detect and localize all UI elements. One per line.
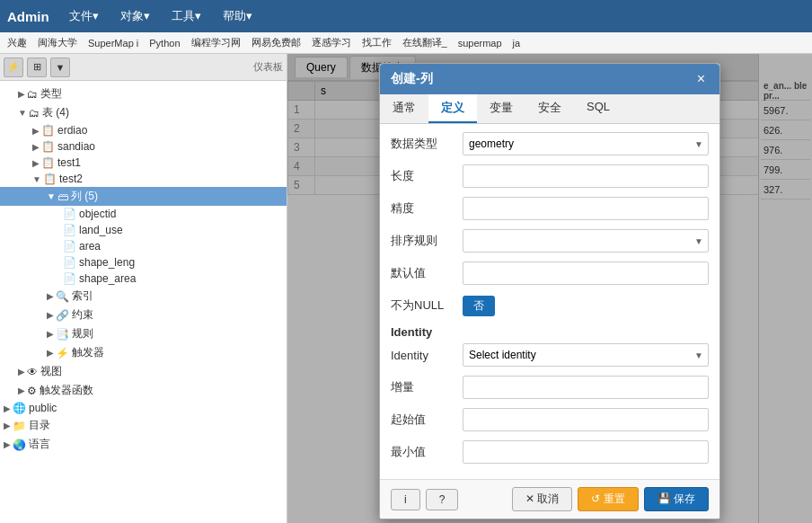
tree-item[interactable]: ▶📑规则: [0, 324, 287, 343]
tree-item-label: area: [79, 240, 101, 253]
tree-item[interactable]: ▶📋sandiao: [0, 138, 287, 155]
tree-item[interactable]: ▶🔍索引: [0, 287, 287, 306]
menu-tools[interactable]: 工具▾: [163, 4, 210, 28]
save-btn[interactable]: 💾 保存: [644, 487, 709, 511]
tree-item[interactable]: ▶📋erdiao: [0, 122, 287, 138]
modal-overlay: 创建-列 × 通常 定义 变量 安全 SQL 数据类型: [287, 54, 812, 523]
tree-item[interactable]: ▶⚡触发器: [0, 343, 287, 362]
tree-icon: 📋: [41, 156, 55, 169]
left-panel: ⚡ ⊞ ▼ 仪表板 ▶🗂类型▼🗂表 (4)▶📋erdiao▶📋sandiao▶📋…: [0, 54, 287, 523]
tree-item-label: 约束: [72, 307, 93, 323]
reset-btn[interactable]: ↺ 重置: [578, 487, 638, 511]
tree-icon: 📄: [63, 256, 76, 269]
precision-input[interactable]: [463, 197, 709, 220]
tree-item[interactable]: ▼📋test2: [0, 171, 287, 187]
notnull-toggle-btn[interactable]: 否: [463, 296, 495, 316]
tree-item[interactable]: 📄shape_leng: [0, 254, 287, 270]
bookmark-1[interactable]: 闽海大学: [34, 35, 81, 50]
bookmark-3[interactable]: Python: [146, 37, 183, 49]
tree-item-label: objectid: [79, 208, 116, 220]
tree-icon: 🗂: [27, 88, 38, 101]
tree-item-label: 列 (5): [71, 189, 98, 204]
bookmark-2[interactable]: SuperMap i: [84, 37, 142, 49]
bookmark-4[interactable]: 编程学习网: [188, 35, 244, 50]
menu-file[interactable]: 文件▾: [60, 4, 108, 28]
min-input[interactable]: [463, 440, 709, 464]
tree-item-label: public: [29, 402, 57, 414]
form-row-notnull: 不为NULL 否: [391, 293, 709, 318]
bookmark-8[interactable]: 在线翻译_: [399, 35, 451, 50]
form-row-default: 默认值: [391, 261, 709, 286]
modal-close-btn[interactable]: ×: [693, 72, 709, 86]
tree-item[interactable]: ▶🔗约束: [0, 306, 287, 324]
menu-help[interactable]: 帮助▾: [214, 4, 261, 28]
notnull-label: 不为NULL: [391, 297, 463, 314]
menu-object[interactable]: 对象▾: [111, 4, 159, 28]
modal-tab-definition[interactable]: 定义: [428, 94, 477, 123]
min-label: 最小值: [391, 444, 463, 460]
modal-tab-general[interactable]: 通常: [380, 94, 428, 123]
identity-section-header: Identity: [391, 325, 709, 339]
brand-label: Admin: [7, 9, 49, 24]
toolbar-lightning-btn[interactable]: ⚡: [4, 58, 23, 77]
start-label: 起始值: [391, 412, 463, 428]
modal-tab-sql[interactable]: SQL: [574, 94, 622, 123]
modal-dialog: 创建-列 × 通常 定义 变量 安全 SQL 数据类型: [379, 63, 720, 519]
modal-tab-security[interactable]: 安全: [525, 94, 574, 123]
info-btn[interactable]: i: [391, 489, 420, 510]
tree-item[interactable]: ▶🌏语言: [0, 435, 287, 454]
tree-item[interactable]: ▶🌐public: [0, 400, 287, 416]
tree-item[interactable]: ▶🗂类型: [0, 84, 287, 103]
tree-item[interactable]: ▼🗃列 (5): [0, 187, 287, 206]
tree-icon: ⚙: [27, 385, 37, 397]
footer-left: i ?: [391, 489, 458, 510]
identity-label: Identity: [391, 349, 463, 362]
cancel-btn[interactable]: ✕ 取消: [512, 487, 572, 511]
help-btn[interactable]: ?: [426, 489, 459, 510]
toolbar-grid-btn[interactable]: ⊞: [27, 58, 47, 77]
tree-item[interactable]: ▶⚙触发器函数: [0, 381, 287, 400]
bookmark-6[interactable]: 逐感学习: [308, 35, 355, 50]
increment-input[interactable]: [463, 376, 709, 399]
tree-icon: 🌐: [13, 402, 26, 414]
footer-right: ✕ 取消 ↺ 重置 💾 保存: [512, 487, 709, 511]
tree-item-label: 语言: [29, 437, 50, 452]
modal-title: 创建-列: [391, 71, 433, 87]
bookmark-7[interactable]: 找工作: [358, 35, 395, 50]
increment-label: 增量: [391, 379, 463, 395]
bookmark-0[interactable]: 兴趣: [4, 35, 31, 50]
tree-item[interactable]: 📄land_use: [0, 222, 287, 238]
start-input[interactable]: [463, 408, 709, 431]
form-row-identity: Identity Select identity ▼: [391, 342, 709, 368]
tree-icon: 🔍: [56, 290, 69, 303]
tree-icon: 📋: [43, 173, 57, 185]
tree-item[interactable]: ▼🗂表 (4): [0, 103, 287, 122]
main-layout: ⚡ ⊞ ▼ 仪表板 ▶🗂类型▼🗂表 (4)▶📋erdiao▶📋sandiao▶📋…: [0, 54, 812, 523]
tree-item[interactable]: ▶👁视图: [0, 362, 287, 381]
tree-icon: 🔗: [56, 309, 69, 322]
default-input[interactable]: [463, 262, 709, 285]
tree-item[interactable]: ▶📋test1: [0, 155, 287, 171]
toolbar-filter-btn[interactable]: ▼: [50, 58, 70, 77]
datatype-select[interactable]: geometry: [463, 132, 709, 155]
bookmark-9[interactable]: supermap: [455, 37, 506, 49]
toolbar-label: 仪表板: [253, 60, 283, 74]
modal-tab-variables[interactable]: 变量: [477, 94, 525, 123]
modal-header: 创建-列 ×: [380, 64, 719, 94]
tree-item-label: shape_area: [79, 272, 136, 285]
collation-select[interactable]: [463, 229, 709, 253]
tree-icon: 🌏: [13, 439, 26, 451]
tree-item[interactable]: 📄area: [0, 238, 287, 254]
identity-select[interactable]: Select identity: [463, 343, 709, 367]
bookmark-10[interactable]: ja: [509, 37, 525, 49]
modal-body: 数据类型 geometry ▼ 长度: [380, 124, 719, 479]
tree-item-label: 触发器函数: [40, 383, 93, 398]
tree-item[interactable]: 📄shape_area: [0, 270, 287, 287]
modal-tabs: 通常 定义 变量 安全 SQL: [380, 94, 719, 124]
bookmark-5[interactable]: 网易免费邮: [248, 35, 304, 50]
tree-icon: ⚡: [56, 347, 69, 359]
tree-icon: 📁: [13, 420, 26, 432]
tree-item[interactable]: ▶📁目录: [0, 416, 287, 435]
tree-item[interactable]: 📄objectid: [0, 206, 287, 222]
length-input[interactable]: [463, 164, 709, 188]
